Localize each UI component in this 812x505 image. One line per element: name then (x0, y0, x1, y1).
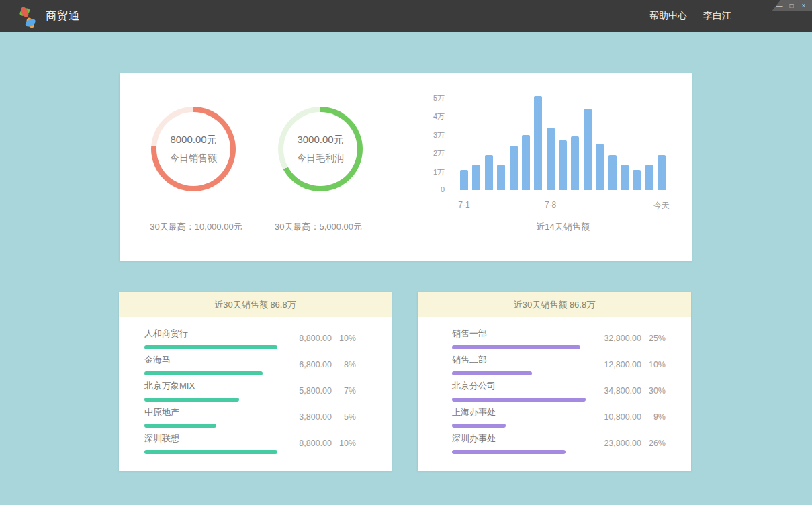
help-center-link[interactable]: 帮助中心 (649, 10, 687, 22)
rank-value: 32,800.00 (592, 334, 641, 343)
daily-sales-chart-title: 近14天销售额 (460, 221, 666, 233)
sales-bar (497, 165, 505, 191)
sales-bar (534, 96, 542, 190)
rank-bar (144, 398, 277, 402)
rank-bar (144, 424, 277, 428)
user-name-menu[interactable]: 李白江 (703, 10, 731, 22)
rank-row: 北京分公司34,800.0030% (452, 377, 666, 404)
rank-label: 人和商贸行 (144, 328, 282, 340)
titlebar-menu: 帮助中心 李白江 (649, 0, 731, 32)
rank-row: 中原地产3,800.005% (144, 404, 356, 430)
rank-value: 23,800.00 (592, 439, 641, 448)
rank-value: 6,800.00 (282, 360, 332, 369)
rank-label: 深圳联想 (144, 432, 282, 445)
today-profit-donut-center: 3000.00元 今日毛利润 (283, 112, 357, 186)
today-sales-donut-center: 8000.00元 今日销售额 (156, 112, 230, 186)
rank-label: 北京分公司 (452, 380, 592, 392)
rank-value: 3,800.00 (282, 412, 332, 422)
y-tick-label: 4万 (433, 111, 445, 122)
app-window: 商贸通 帮助中心 李白江 — □ × 8000.00元 今日销售额 30天最高：… (0, 0, 812, 505)
department-ranking-card: 近30天销售额 86.8万 销售一部32,800.0025%销售二部12,800… (418, 292, 691, 471)
x-tick-label: 7-8 (545, 200, 556, 210)
close-button[interactable]: × (800, 3, 807, 9)
rank-percent: 30% (641, 386, 666, 396)
x-tick-label: 今天 (653, 200, 670, 212)
sales-bar (472, 165, 480, 191)
rank-percent: 25% (641, 334, 666, 343)
rank-bar (452, 398, 586, 402)
sales-30day-max: 30天最高：10,000.00元 (129, 221, 263, 233)
sales-bar (584, 109, 592, 190)
rank-label: 金海马 (144, 354, 282, 366)
rank-bar (452, 424, 586, 428)
maximize-button[interactable]: □ (788, 3, 795, 9)
sales-bar (608, 155, 617, 190)
rank-row: 销售二部12,800.0010% (452, 351, 666, 377)
rank-row: 上海办事处10,800.009% (452, 404, 666, 430)
sales-bar (621, 165, 629, 191)
rank-value: 8,800.00 (282, 334, 332, 343)
rank-bar (452, 345, 586, 349)
rank-rows-left: 人和商贸行8,800.0010%金海马6,800.008%北京万象MIX5,80… (119, 317, 392, 456)
department-ranking-title: 近30天销售额 86.8万 (418, 292, 691, 317)
rank-bar (452, 371, 586, 375)
sales-bar (658, 155, 666, 190)
rank-value: 12,800.00 (592, 360, 641, 369)
rank-row: 深圳办事处23,800.0026% (452, 430, 666, 456)
rank-value: 10,800.00 (592, 412, 641, 422)
sales-bar (510, 146, 518, 190)
rank-label: 深圳办事处 (452, 432, 592, 445)
sales-bar (522, 135, 530, 191)
rank-label: 销售一部 (452, 328, 592, 340)
rank-percent: 8% (332, 360, 356, 369)
rank-percent: 10% (332, 334, 356, 343)
x-tick-label: 7-1 (458, 200, 469, 210)
sales-bar (596, 144, 604, 190)
y-tick-label: 3万 (433, 130, 445, 140)
rank-percent: 26% (641, 439, 666, 448)
rank-label: 中原地产 (144, 406, 282, 418)
minimize-button[interactable]: — (776, 3, 783, 9)
today-sales-value: 8000.00元 (170, 134, 216, 146)
rank-bar (452, 450, 586, 454)
rank-row: 人和商贸行8,800.0010% (144, 325, 356, 351)
y-tick-label: 1万 (433, 167, 445, 177)
rank-bar (144, 345, 277, 349)
rank-label: 销售二部 (452, 354, 592, 366)
sales-bar (571, 136, 579, 190)
today-sales-donut: 8000.00元 今日销售额 (151, 107, 236, 191)
sales-bars (460, 96, 666, 190)
rank-percent: 10% (332, 439, 356, 448)
app-title: 商贸通 (46, 0, 80, 32)
sales-bar (559, 140, 567, 190)
customer-ranking-title: 近30天销售额 86.8万 (119, 292, 392, 317)
today-summary-card: 8000.00元 今日销售额 30天最高：10,000.00元 3000.00元… (120, 73, 692, 261)
rank-percent: 5% (332, 412, 356, 422)
rank-percent: 7% (332, 386, 356, 396)
x-axis: 7-17-8今天 (460, 200, 666, 211)
y-tick-label: 0 (441, 185, 445, 193)
rank-rows-right: 销售一部32,800.0025%销售二部12,800.0010%北京分公司34,… (418, 317, 691, 456)
rank-bar (144, 371, 277, 375)
rank-percent: 9% (641, 412, 666, 422)
pinwheel-logo-icon (17, 6, 38, 28)
today-profit-donut: 3000.00元 今日毛利润 (278, 107, 363, 191)
today-profit-label: 今日毛利润 (297, 152, 344, 165)
sales-bar (547, 128, 555, 191)
rank-row: 金海马6,800.008% (144, 351, 356, 377)
rank-value: 8,800.00 (282, 439, 332, 448)
y-tick-label: 2万 (433, 148, 445, 158)
rank-value: 34,800.00 (592, 386, 641, 396)
rank-label: 上海办事处 (452, 406, 592, 418)
rank-bar (144, 450, 277, 454)
y-tick-label: 5万 (433, 93, 445, 103)
profit-30day-max: 30天最高：5,000.00元 (251, 221, 386, 233)
window-controls: — □ × (772, 0, 812, 11)
today-profit-value: 3000.00元 (297, 134, 343, 146)
customer-ranking-card: 近30天销售额 86.8万 人和商贸行8,800.0010%金海马6,800.0… (119, 292, 392, 471)
sales-bar (645, 165, 653, 191)
today-sales-label: 今日销售额 (170, 152, 217, 165)
sales-bar (485, 155, 493, 190)
y-axis: 5万4万3万2万1万0 (415, 73, 445, 208)
rank-value: 5,800.00 (282, 386, 332, 396)
